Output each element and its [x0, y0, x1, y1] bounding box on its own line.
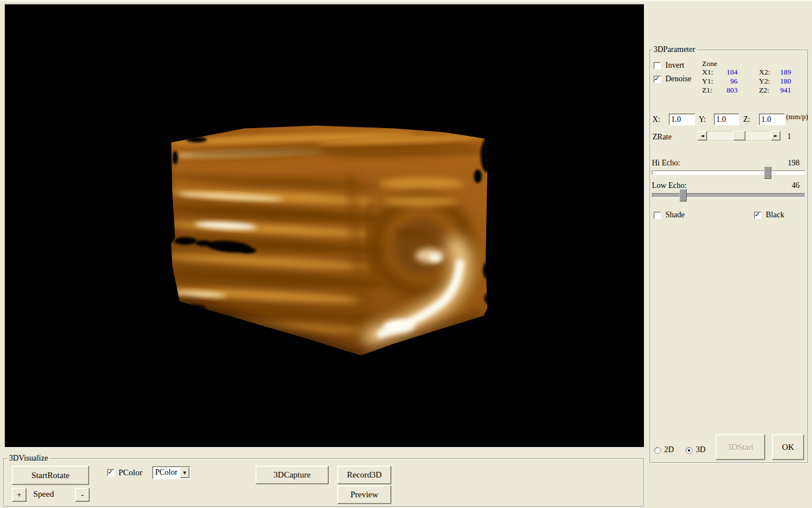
zone-y2-value: 180: [769, 77, 791, 86]
zrate-right-arrow-button[interactable]: ►: [771, 131, 780, 141]
zone-z1-value: 803: [715, 86, 738, 95]
start-rotate-button[interactable]: StartRotate: [12, 466, 89, 485]
y-scale-label: Y:: [699, 115, 706, 124]
zrate-label: ZRate: [652, 133, 672, 142]
visualize-panel-title: 3DVisualize: [7, 454, 50, 463]
scroll-right-icon: ►: [774, 133, 777, 138]
zone-label: Zone: [702, 59, 717, 68]
hi-echo-slider[interactable]: [652, 167, 805, 179]
check-icon: ✓: [754, 211, 760, 218]
zrate-track[interactable]: [707, 131, 771, 141]
check-icon: ✓: [108, 468, 113, 476]
zone-z2-value: 941: [769, 86, 791, 95]
parameter-panel: 3DParameter ✓ Invert ✓ Denoise Zone X1: …: [650, 50, 808, 463]
render-viewport[interactable]: [5, 4, 645, 448]
zrate-left-arrow-button[interactable]: ◄: [698, 131, 707, 141]
zone-y1-label: Y1:: [702, 77, 713, 86]
zone-x1-label: X1:: [702, 68, 713, 77]
low-echo-track: [652, 193, 805, 198]
zone-y1-value: 96: [715, 77, 738, 86]
preview-button[interactable]: Preview: [337, 485, 391, 504]
speed-label: Speed: [33, 489, 54, 499]
scale-unit-label: (mm/p): [786, 112, 808, 121]
record-3d-button[interactable]: Record3D: [337, 466, 391, 484]
zrate-scrollbar[interactable]: ◄ ►: [698, 131, 780, 141]
low-echo-slider[interactable]: [652, 189, 805, 202]
shade-label: Shade: [665, 211, 685, 220]
pcolor-combo-value: PColor: [155, 468, 178, 477]
z-scale-input[interactable]: [759, 113, 785, 125]
mode-2d-radio[interactable]: [654, 447, 661, 454]
zone-z1-label: Z1:: [702, 86, 712, 95]
scroll-left-icon: ◄: [700, 133, 704, 138]
mode-3d-radio[interactable]: [686, 447, 692, 454]
pcolor-checkbox[interactable]: ✓: [107, 469, 114, 476]
speed-minus-button[interactable]: -: [75, 488, 90, 502]
hi-echo-thumb[interactable]: [764, 167, 771, 179]
x-scale-input[interactable]: [669, 113, 695, 125]
black-checkbox[interactable]: ✓: [754, 212, 761, 219]
x-scale-label: X:: [652, 115, 660, 124]
mode-3d-label: 3D: [696, 445, 705, 454]
shade-checkbox[interactable]: ✓: [654, 212, 661, 219]
chevron-down-icon: ▼: [183, 471, 186, 475]
ok-button[interactable]: OK: [772, 434, 804, 460]
z-scale-label: Z:: [743, 115, 750, 124]
y-scale-input[interactable]: [714, 113, 739, 125]
visualize-panel: 3DVisualize StartRotate + Speed - ✓ PCol…: [3, 458, 644, 507]
check-icon: ✓: [654, 75, 660, 82]
hi-echo-track: [652, 170, 805, 175]
app-window: 3DParameter ✓ Invert ✓ Denoise Zone X1: …: [0, 0, 812, 508]
capture-3d-button[interactable]: 3DCapture: [255, 466, 329, 484]
invert-checkbox[interactable]: ✓: [654, 62, 661, 69]
zrate-value: 1: [787, 132, 791, 141]
parameter-panel-title: 3DParameter: [652, 45, 697, 54]
invert-label: Invert: [665, 61, 684, 70]
zone-z2-label: Z2:: [759, 86, 769, 95]
zone-x1-value: 104: [715, 68, 738, 77]
denoise-label: Denoise: [665, 75, 691, 84]
volume-render-3d: [5, 5, 644, 447]
combo-dropdown-button[interactable]: ▼: [180, 467, 189, 478]
start-3d-button[interactable]: 3DStart: [716, 434, 765, 460]
zone-x2-value: 189: [769, 68, 791, 77]
zrate-thumb[interactable]: [733, 131, 745, 141]
speed-plus-button[interactable]: +: [12, 488, 27, 502]
mode-2d-label: 2D: [664, 445, 674, 454]
low-echo-thumb[interactable]: [679, 189, 687, 202]
denoise-checkbox[interactable]: ✓: [654, 76, 661, 83]
black-label: Black: [766, 211, 784, 220]
pcolor-combobox[interactable]: PColor ▼: [152, 466, 191, 479]
pcolor-label: PColor: [118, 468, 143, 478]
